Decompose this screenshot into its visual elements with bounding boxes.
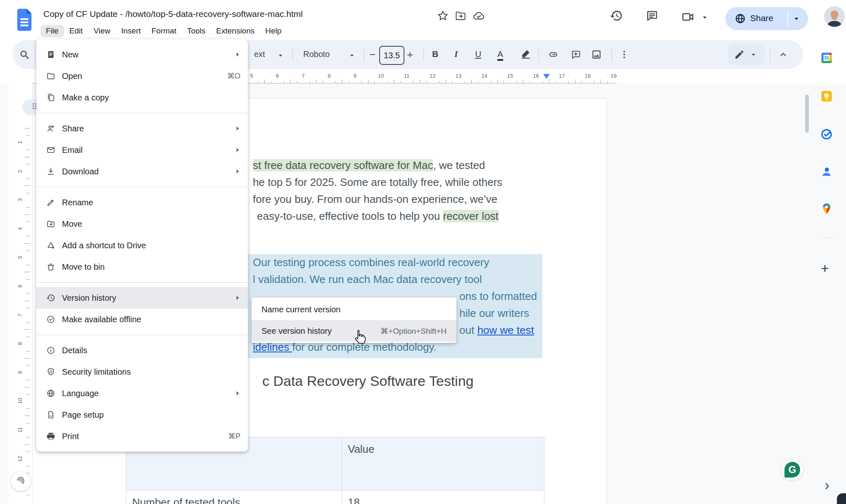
callout-line-fragment: out how we test [459, 322, 534, 339]
sidebar-tasks-icon[interactable] [820, 128, 833, 141]
menubar-item-tools[interactable]: Tools [182, 25, 211, 37]
menubar-item-edit[interactable]: Edit [64, 25, 88, 37]
ruler-tick [26, 164, 30, 164]
ruler-tick [349, 81, 349, 83]
version-history-icon[interactable] [610, 9, 623, 22]
globe-icon [46, 389, 55, 398]
assistive-touch-button[interactable] [11, 471, 31, 491]
table-cell[interactable]: Number of tested tools [126, 491, 342, 504]
font-size-input[interactable]: 13.5 [379, 46, 404, 65]
menu-item-email[interactable]: Email [36, 139, 248, 161]
expand-chevron-icon[interactable]: › [825, 477, 829, 494]
menu-item-make-a-copy[interactable]: Make a copy [36, 87, 248, 108]
vertical-ruler[interactable]: 12345678910111213 [8, 83, 33, 504]
menu-item-make-available-offline[interactable]: Make available offline [36, 309, 248, 330]
ruler-tick [601, 79, 601, 83]
ruler-number: 9 [354, 73, 356, 79]
share-caret-icon[interactable] [792, 14, 801, 23]
menubar-item-format[interactable]: Format [146, 25, 182, 37]
google-docs-logo-icon[interactable] [15, 7, 34, 32]
style-caret-icon[interactable] [277, 52, 284, 59]
collapse-toolbar-icon[interactable] [778, 50, 788, 59]
toolbar-divider [770, 48, 770, 62]
menu-item-move[interactable]: Move [36, 213, 248, 235]
search-icon[interactable] [19, 49, 31, 61]
comments-icon[interactable] [645, 9, 658, 22]
star-icon[interactable] [437, 10, 449, 22]
ruler-tick [575, 79, 575, 83]
menubar-item-view[interactable]: View [88, 25, 116, 37]
share-button[interactable]: Share [725, 7, 808, 30]
ruler-tick [24, 445, 30, 445]
cloud-saved-icon[interactable] [473, 10, 485, 22]
video-call-caret-icon[interactable] [701, 13, 709, 21]
how-we-test-link[interactable]: how we test [477, 324, 534, 336]
right-indent-marker[interactable] [543, 74, 550, 79]
shield-icon: @ [46, 367, 55, 376]
menu-item-add-a-shortcut-to-drive[interactable]: Add a shortcut to Drive [36, 235, 248, 256]
insert-image-icon[interactable] [591, 49, 602, 60]
table-cell[interactable]: 18 [342, 491, 544, 504]
grammarly-button[interactable]: G [782, 459, 803, 480]
user-avatar[interactable] [824, 6, 845, 27]
ruler-tick [517, 81, 517, 83]
ruler-number: 1 [17, 138, 23, 147]
vertical-scrollbar[interactable] [805, 95, 809, 133]
ruler-tick [26, 279, 30, 280]
menubar-item-file[interactable]: File [40, 25, 64, 37]
ruler-tick [26, 437, 30, 437]
menu-item-details[interactable]: Details [36, 340, 248, 361]
document-title[interactable]: Copy of CF Update - /howto/top-5-data-re… [43, 9, 303, 19]
ruler-tick [24, 272, 30, 272]
insert-link-icon[interactable] [549, 49, 559, 60]
table-header-cell[interactable]: Value [342, 437, 544, 490]
info-icon [46, 346, 55, 355]
video-call-icon[interactable] [681, 10, 695, 24]
ruler-tick [26, 423, 30, 423]
more-options-icon[interactable] [619, 49, 630, 60]
menu-item-download[interactable]: Download [36, 161, 248, 182]
doc-paragraph-line: he top 5 for 2025. Some are totally free… [253, 174, 502, 191]
font-caret-icon[interactable] [348, 52, 356, 59]
paragraph-style-select[interactable]: ext [254, 50, 265, 59]
submenu-item-name-current-version[interactable]: Name current version [252, 299, 456, 320]
increase-font-size-button[interactable]: + [407, 48, 413, 61]
share-split-divider [787, 10, 788, 27]
menu-item-new[interactable]: New [36, 44, 248, 65]
decrease-font-size-button[interactable]: − [369, 48, 375, 61]
copy-icon [46, 93, 55, 102]
toolbar-divider [364, 48, 364, 62]
menu-item-rename[interactable]: Rename [36, 192, 248, 213]
font-name-select[interactable]: Roboto [303, 50, 330, 59]
sidebar-maps-icon[interactable] [820, 202, 833, 215]
menu-item-language[interactable]: Language [36, 383, 248, 404]
menu-item-move-to-bin[interactable]: Move to bin [36, 256, 248, 278]
bold-button[interactable]: B [432, 49, 438, 59]
editing-mode-button[interactable] [728, 44, 765, 65]
ruler-tick [387, 81, 388, 83]
text-color-button[interactable]: A [497, 49, 503, 61]
add-comment-icon[interactable] [570, 49, 581, 60]
toolbar-divider [292, 48, 293, 62]
menu-item-open[interactable]: Open⌘O [36, 65, 248, 87]
sidebar-contacts-icon[interactable] [820, 165, 833, 178]
menu-item-version-history[interactable]: Version history [36, 287, 248, 309]
menubar-item-insert[interactable]: Insert [116, 25, 146, 37]
underline-button[interactable]: U [475, 49, 481, 59]
section-heading: c Data Recovery Software Testing [262, 373, 474, 389]
move-to-folder-icon[interactable] [454, 10, 467, 22]
italic-button[interactable]: I [454, 49, 458, 59]
ruler-number: 5 [17, 253, 23, 262]
menubar-item-extensions[interactable]: Extensions [211, 25, 260, 37]
menu-item-share[interactable]: Share [36, 118, 248, 139]
add-addon-button[interactable]: + [821, 260, 829, 276]
menu-item-print[interactable]: Print⌘P [36, 426, 248, 447]
menu-item-security-limitations[interactable]: @Security limitations [36, 361, 248, 383]
ruler-number: 6 [17, 282, 23, 290]
sidebar-calendar-icon[interactable]: 31 [820, 51, 833, 64]
highlighter-icon[interactable] [520, 48, 531, 59]
menubar-item-help[interactable]: Help [260, 25, 287, 37]
sidebar-keep-icon[interactable] [820, 90, 833, 103]
ruler-tick [271, 81, 271, 83]
menu-item-page-setup[interactable]: Page setup [36, 404, 248, 426]
